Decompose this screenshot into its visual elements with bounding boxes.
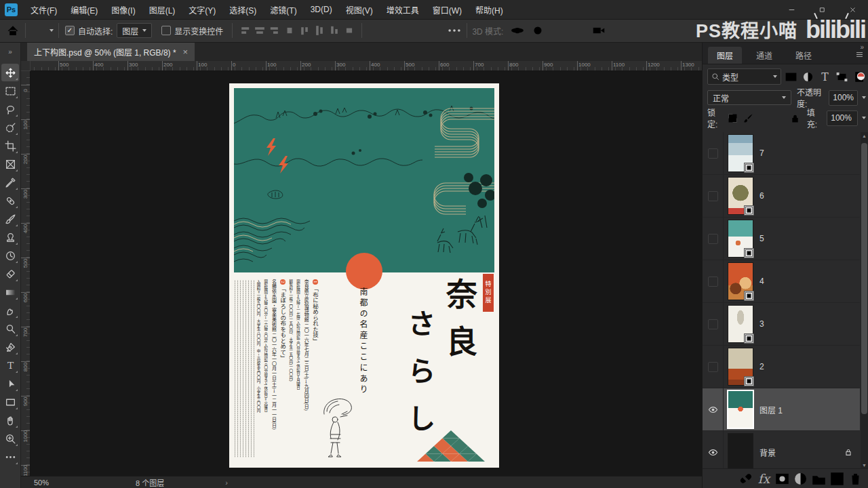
layer-name[interactable]: 图层 1	[760, 404, 783, 415]
layer-thumbnail[interactable]	[728, 263, 753, 300]
layer-row[interactable]: 4	[703, 260, 860, 303]
fill-field[interactable]: 100%	[827, 110, 858, 126]
lock-pixels-icon[interactable]	[742, 112, 755, 125]
lock-all-icon[interactable]	[789, 112, 802, 125]
layer-name[interactable]: 5	[760, 234, 764, 243]
align-left-icon[interactable]	[237, 23, 252, 38]
distribute-v-icon[interactable]	[342, 23, 357, 38]
show-transform-checkbox[interactable]	[161, 26, 171, 35]
chevron-down-icon[interactable]	[862, 96, 866, 99]
ruler-origin[interactable]	[20, 61, 31, 71]
new-layer-icon[interactable]	[828, 472, 846, 485]
layer-row[interactable]: 6	[703, 175, 860, 218]
layer-thumbnail[interactable]	[728, 220, 753, 257]
eraser-tool[interactable]	[1, 265, 19, 283]
crop-tool[interactable]	[1, 137, 19, 155]
stamp-tool[interactable]	[1, 228, 19, 246]
menu-item-9[interactable]: 增效工具	[380, 0, 426, 19]
menu-item-4[interactable]: 文字(Y)	[182, 0, 222, 19]
menu-item-1[interactable]: 编辑(E)	[64, 0, 104, 19]
minimize-button[interactable]	[776, 0, 807, 19]
layers-scrollbar[interactable]: ▲ ▼	[861, 132, 868, 469]
adjustment-icon[interactable]	[791, 472, 810, 485]
3d-orbit-icon[interactable]	[510, 23, 525, 38]
shape-filter-icon[interactable]	[835, 70, 849, 84]
align-bottom-icon[interactable]	[327, 23, 342, 38]
distribute-h-icon[interactable]	[282, 23, 297, 38]
layer-row[interactable]: 3	[703, 303, 860, 346]
menu-item-2[interactable]: 图像(I)	[104, 0, 142, 19]
horizontal-ruler[interactable]: 5004003002001000100200300400500600700800…	[20, 61, 702, 71]
fx-icon[interactable]: fx	[755, 472, 773, 485]
3d-camera-icon[interactable]	[591, 23, 606, 38]
visibility-toggle[interactable]	[703, 303, 724, 345]
lock-transparent-icon[interactable]	[726, 112, 739, 125]
tab-通道[interactable]: 通道	[747, 47, 781, 64]
layer-row[interactable]: 5	[703, 218, 860, 260]
link-icon[interactable]	[736, 472, 755, 485]
pixel-filter-icon[interactable]	[784, 70, 798, 84]
align-right-icon[interactable]	[267, 23, 282, 38]
toolbar-collapse-icon[interactable]: »	[0, 42, 21, 61]
layer-thumbnail[interactable]	[728, 391, 753, 428]
dodge-tool[interactable]	[1, 320, 19, 338]
eyedropper-tool[interactable]	[1, 174, 19, 191]
zoom-level-field[interactable]: 50%	[34, 479, 88, 487]
layer-name[interactable]: 6	[760, 191, 764, 201]
lock-position-icon[interactable]	[757, 112, 770, 125]
menu-item-7[interactable]: 3D(D)	[304, 0, 339, 19]
tab-图层[interactable]: 图层	[708, 47, 742, 64]
ellipsis-tool[interactable]	[1, 448, 19, 466]
visibility-toggle[interactable]	[703, 431, 724, 469]
layer-row[interactable]: 2	[703, 346, 860, 388]
zoom-tool[interactable]	[1, 430, 19, 447]
chevron-down-icon[interactable]	[50, 29, 54, 32]
scrollbar-thumb[interactable]	[861, 143, 867, 414]
brush-tool[interactable]	[1, 210, 19, 228]
layer-name[interactable]: 2	[760, 362, 764, 371]
blend-mode-dropdown[interactable]: 正常	[707, 90, 791, 105]
rectangle-tool[interactable]	[1, 393, 19, 411]
filter-toggle-icon[interactable]	[856, 71, 866, 81]
layer-name[interactable]: 4	[760, 277, 764, 286]
poster-canvas[interactable]: 特別展 奈良 さらし 南都の名産ここにあり 1「布に秘められた技」奈良県立民俗博…	[229, 83, 499, 468]
menu-item-10[interactable]: 窗口(W)	[426, 0, 469, 19]
status-chevron-icon[interactable]: ›	[225, 479, 228, 487]
layer-row[interactable]: 背景	[703, 431, 860, 469]
opacity-field[interactable]: 100%	[829, 90, 858, 106]
scroll-up-icon[interactable]: ▲	[861, 134, 868, 138]
type-filter-icon[interactable]: T	[818, 70, 832, 84]
layer-name[interactable]: 3	[760, 319, 764, 329]
healing-tool[interactable]	[1, 192, 19, 209]
vertical-ruler[interactable]: 010020030040050060070080090010001100	[20, 70, 31, 476]
marquee-tool[interactable]	[1, 82, 19, 100]
layer-thumbnail[interactable]	[728, 434, 753, 469]
auto-select-target-dropdown[interactable]: 图层	[117, 23, 152, 38]
delete-icon[interactable]	[846, 472, 865, 485]
auto-select-checkbox[interactable]: ✓	[65, 26, 75, 35]
menu-item-11[interactable]: 帮助(H)	[469, 0, 510, 19]
history-brush-tool[interactable]	[1, 247, 19, 264]
3d-pan-icon[interactable]	[551, 23, 566, 38]
layer-row[interactable]: 图层 1	[703, 388, 860, 431]
close-tab-icon[interactable]: ×	[183, 47, 189, 57]
menu-item-0[interactable]: 文件(F)	[24, 0, 64, 19]
layer-name[interactable]: 背景	[760, 447, 776, 458]
menu-item-8[interactable]: 视图(V)	[339, 0, 380, 19]
group-icon[interactable]	[810, 472, 828, 485]
visibility-toggle[interactable]	[703, 346, 724, 388]
more-options-icon[interactable]	[447, 23, 462, 38]
maximize-button[interactable]	[807, 0, 837, 19]
menu-item-5[interactable]: 选择(S)	[222, 0, 263, 19]
hand-tool[interactable]	[1, 411, 19, 429]
layer-row[interactable]: 7	[703, 132, 860, 175]
visibility-toggle[interactable]	[703, 175, 724, 217]
align-center-v-icon[interactable]	[312, 23, 327, 38]
mask-icon[interactable]	[773, 472, 791, 485]
lasso-tool[interactable]	[1, 100, 19, 118]
visibility-toggle[interactable]	[703, 260, 724, 302]
close-button[interactable]	[837, 0, 868, 19]
3d-roll-icon[interactable]	[530, 23, 545, 38]
object-select-tool[interactable]	[1, 119, 19, 136]
gradient-tool[interactable]	[1, 283, 19, 301]
